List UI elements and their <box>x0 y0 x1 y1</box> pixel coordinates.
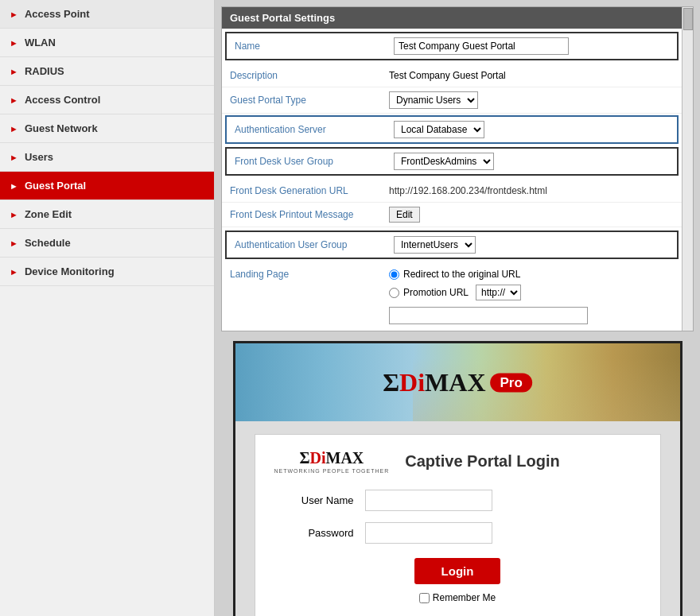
arrow-icon: ► <box>10 267 18 277</box>
settings-header: Guest Portal Settings <box>222 7 693 29</box>
settings-body: Name Description Test Company Guest Port… <box>222 32 693 331</box>
sidebar-item-label: Guest Portal <box>25 180 86 192</box>
sidebar-item-guest-network[interactable]: ► Guest Network <box>0 114 214 143</box>
promotion-url-input[interactable] <box>389 307 588 324</box>
di-letter: Di <box>399 368 425 397</box>
password-input[interactable] <box>365 522 492 544</box>
name-value <box>394 37 669 55</box>
promotion-url-label: Promotion URL <box>403 287 469 298</box>
front-desk-group-value: FrontDeskAdmins <box>394 153 669 170</box>
front-desk-group-label: Front Desk User Group <box>235 156 394 167</box>
small-di: Di <box>310 449 326 467</box>
description-label: Description <box>230 70 389 81</box>
description-value: Test Company Guest Portal <box>389 69 674 81</box>
settings-title: Guest Portal Settings <box>230 12 335 24</box>
sidebar-item-label: WLAN <box>25 37 56 48</box>
captive-login-title: Captive Portal Login <box>405 452 559 471</box>
front-desk-printout-value: Edit <box>389 207 674 223</box>
auth-user-group-select[interactable]: InternetUsers <box>394 236 476 254</box>
captive-small-logo: Σ Di MAX NETWORKING PEOPLE TOGETHER <box>274 449 390 474</box>
captive-portal-preview: Σ Di MAX Pro Σ Di MAX <box>233 341 682 616</box>
portal-type-value: Dynamic Users <box>389 91 674 109</box>
remember-me-row: Remember Me <box>274 592 641 603</box>
arrow-icon: ► <box>10 153 18 162</box>
sidebar-item-wlan[interactable]: ► WLAN <box>0 29 214 57</box>
auth-server-value: Local Database <box>394 121 669 138</box>
description-text: Test Company Guest Portal <box>389 70 506 81</box>
password-row: Password <box>274 522 641 544</box>
captive-small-logo-text: Σ Di MAX <box>299 449 364 467</box>
arrow-icon: ► <box>10 10 18 19</box>
sidebar-item-access-point[interactable]: ► Access Point <box>0 0 214 29</box>
front-desk-group-row: Front Desk User Group FrontDeskAdmins <box>225 147 679 176</box>
promotion-url-row: Promotion URL http:// <box>389 285 674 300</box>
sidebar-item-zone-edit[interactable]: ► Zone Edit <box>0 200 214 229</box>
sidebar-item-label: Guest Network <box>25 122 98 134</box>
sidebar-item-label: Schedule <box>25 237 71 249</box>
front-desk-printout-row: Front Desk Printout Message Edit <box>222 203 682 227</box>
sidebar-item-label: RADIUS <box>25 65 64 77</box>
captive-tagline: NETWORKING PEOPLE TOGETHER <box>274 468 390 474</box>
name-input[interactable] <box>394 37 569 55</box>
redirect-original-option: Redirect to the original URL <box>389 269 674 280</box>
auth-server-row: Authentication Server Local Database <box>225 115 679 144</box>
auth-server-select[interactable]: Local Database <box>394 121 484 138</box>
guest-portal-settings: Guest Portal Settings Name Description T… <box>221 6 694 331</box>
username-input[interactable] <box>365 490 492 511</box>
max-letter: MAX <box>425 368 485 397</box>
sidebar-item-schedule[interactable]: ► Schedule <box>0 229 214 258</box>
pro-badge: Pro <box>491 373 532 392</box>
username-row: User Name <box>274 490 641 511</box>
remember-me-checkbox[interactable] <box>419 593 430 603</box>
front-desk-url-text: http://192.168.200.234/frontdesk.html <box>389 185 547 196</box>
sidebar-item-users[interactable]: ► Users <box>0 143 214 172</box>
sidebar-item-label: Users <box>25 151 53 163</box>
arrow-icon: ► <box>10 67 18 76</box>
sidebar-item-guest-portal[interactable]: ► Guest Portal <box>0 172 214 200</box>
auth-server-label: Authentication Server <box>235 124 394 135</box>
arrow-icon: ► <box>10 181 18 191</box>
arrow-icon: ► <box>10 210 18 219</box>
sidebar-item-device-monitoring[interactable]: ► Device Monitoring <box>0 258 214 286</box>
arrow-icon: ► <box>10 238 18 248</box>
sidebar-item-access-control[interactable]: ► Access Control <box>0 86 214 114</box>
login-button-container: Login <box>274 558 641 584</box>
auth-user-group-row: Authentication User Group InternetUsers <box>225 231 679 259</box>
captive-login-header: Σ Di MAX NETWORKING PEOPLE TOGETHER Capt… <box>274 449 641 474</box>
name-label: Name <box>235 41 394 52</box>
name-row: Name <box>225 32 679 60</box>
front-desk-group-select[interactable]: FrontDeskAdmins <box>394 153 494 170</box>
front-desk-edit-button[interactable]: Edit <box>389 207 420 223</box>
auth-user-group-value: InternetUsers <box>394 236 669 254</box>
sigma-letter: Σ <box>383 368 399 397</box>
portal-type-label: Guest Portal Type <box>230 95 389 106</box>
captive-banner: Σ Di MAX Pro <box>235 343 680 421</box>
front-desk-printout-label: Front Desk Printout Message <box>230 209 389 220</box>
promotion-url-protocol-select[interactable]: http:// <box>476 285 521 300</box>
scrollbar[interactable] <box>682 7 693 331</box>
sidebar-item-radius[interactable]: ► RADIUS <box>0 57 214 86</box>
sidebar-item-label: Zone Edit <box>25 208 72 220</box>
login-button[interactable]: Login <box>414 558 501 584</box>
redirect-original-label: Redirect to the original URL <box>403 269 520 280</box>
captive-login-body: Σ Di MAX NETWORKING PEOPLE TOGETHER Capt… <box>235 421 680 616</box>
landing-page-row: Landing Page Redirect to the original UR… <box>222 262 682 331</box>
front-desk-url-row: Front Desk Generation URL http://192.168… <box>222 179 682 203</box>
username-label: User Name <box>274 494 354 506</box>
banner-logo: Σ Di MAX Pro <box>383 368 532 397</box>
front-desk-url-value: http://192.168.200.234/frontdesk.html <box>389 184 674 196</box>
arrow-icon: ► <box>10 38 18 48</box>
small-sigma: Σ <box>299 449 309 467</box>
scrollbar-thumb[interactable] <box>683 8 693 30</box>
front-desk-url-label: Front Desk Generation URL <box>230 185 389 196</box>
captive-login-inner: Σ Di MAX NETWORKING PEOPLE TOGETHER Capt… <box>255 434 661 616</box>
portal-type-select[interactable]: Dynamic Users <box>389 91 478 109</box>
landing-page-value: Redirect to the original URL Promotion U… <box>389 269 674 324</box>
small-max: MAX <box>326 449 364 467</box>
arrow-icon: ► <box>10 95 18 105</box>
landing-page-options: Redirect to the original URL Promotion U… <box>389 269 674 324</box>
promotion-url-radio[interactable] <box>389 288 399 298</box>
sidebar-item-label: Device Monitoring <box>25 265 115 277</box>
redirect-original-radio[interactable] <box>389 269 399 280</box>
arrow-icon: ► <box>10 124 18 134</box>
